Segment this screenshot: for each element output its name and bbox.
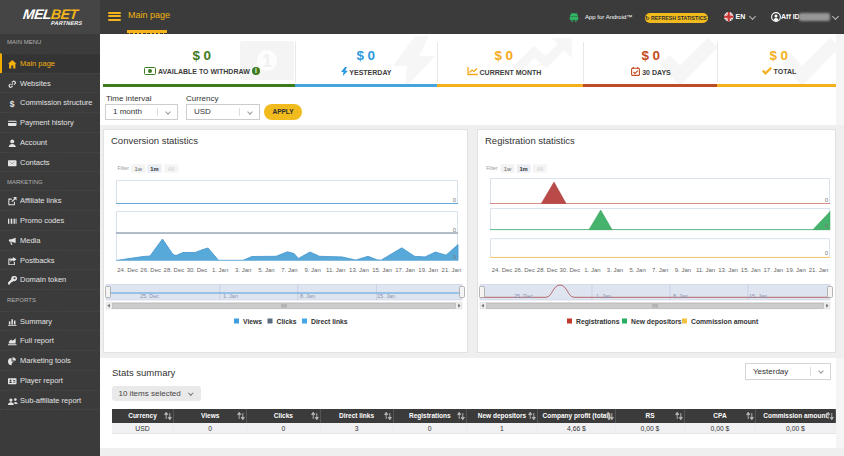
svg-text:24. Dec: 24. Dec [117,267,138,273]
svg-text:1m: 1m [519,166,527,172]
svg-text:1w: 1w [504,166,512,172]
svg-text:28. Dec: 28. Dec [164,267,185,273]
svg-text:17. Jan: 17. Jan [395,267,415,273]
svg-text:Filter: Filter [117,165,129,171]
svg-text:Clicks: Clicks [277,318,297,325]
svg-text:Commission amount: Commission amount [691,318,759,325]
svg-text:Registrations: Registrations [576,318,620,326]
svg-text:15. Jan: 15. Jan [741,267,761,273]
svg-text:5. Jan: 5. Jan [629,267,645,273]
svg-text:$: $ [10,99,15,108]
svg-text:i: i [255,67,257,74]
svg-text:9. Jan: 9. Jan [675,267,691,273]
svg-text:7. Jan: 7. Jan [652,267,668,273]
svg-text:3. Jan: 3. Jan [607,267,623,273]
svg-text:1. Jan: 1. Jan [596,293,611,299]
svg-text:21. Jan: 21. Jan [442,267,462,273]
svg-text:1w: 1w [135,166,143,172]
svg-text:Conversion statistics: Conversion statistics [111,135,198,146]
svg-text:30. Dec: 30. Dec [187,267,208,273]
svg-text:24. Dec: 24. Dec [492,267,513,273]
svg-text:11. Jan: 11. Jan [696,267,715,273]
svg-text:All: All [537,166,543,172]
svg-text:1. Jan: 1. Jan [223,293,238,299]
svg-text:25. Dec: 25. Dec [140,293,159,299]
svg-text:0: 0 [825,197,829,203]
svg-text:All: All [168,166,174,172]
svg-text:7. Jan: 7. Jan [281,267,297,273]
svg-text:8. Jan: 8. Jan [673,293,688,299]
svg-text:1m: 1m [150,166,158,172]
svg-text:26. Dec: 26. Dec [140,267,161,273]
svg-text:1. Jan: 1. Jan [584,267,600,273]
svg-text:15. Jan: 15. Jan [372,267,392,273]
svg-text:15. Jan: 15. Jan [377,293,395,299]
svg-text:Registration statistics: Registration statistics [485,135,575,146]
svg-text:0: 0 [453,227,457,233]
svg-text:17. Jan: 17. Jan [763,267,783,273]
svg-text:13. Jan: 13. Jan [349,267,369,273]
svg-text:5. Jan: 5. Jan [258,267,274,273]
svg-text:25. Dec: 25. Dec [514,293,533,299]
svg-text:19. Jan: 19. Jan [418,267,438,273]
svg-text:1. Jan: 1. Jan [212,267,228,273]
svg-text:15. Jan: 15. Jan [749,293,767,299]
svg-text:30. Dec: 30. Dec [559,267,580,273]
svg-text:8. Jan: 8. Jan [300,293,315,299]
svg-text:13. Jan: 13. Jan [718,267,738,273]
svg-text:28. Dec: 28. Dec [537,267,558,273]
svg-text:Views: Views [243,318,262,325]
svg-text:19. Jan: 19. Jan [786,267,806,273]
svg-text:New depositors: New depositors [631,318,682,326]
svg-text:26. Dec: 26. Dec [514,267,535,273]
svg-text:21. Jan: 21. Jan [809,267,829,273]
svg-text:Direct links: Direct links [311,318,348,325]
svg-text:11. Jan: 11. Jan [326,267,345,273]
svg-text:9. Jan: 9. Jan [304,267,320,273]
svg-text:0: 0 [453,197,457,203]
svg-text:Filter: Filter [486,165,498,171]
svg-text:0: 0 [825,250,829,256]
svg-text:3. Jan: 3. Jan [235,267,251,273]
